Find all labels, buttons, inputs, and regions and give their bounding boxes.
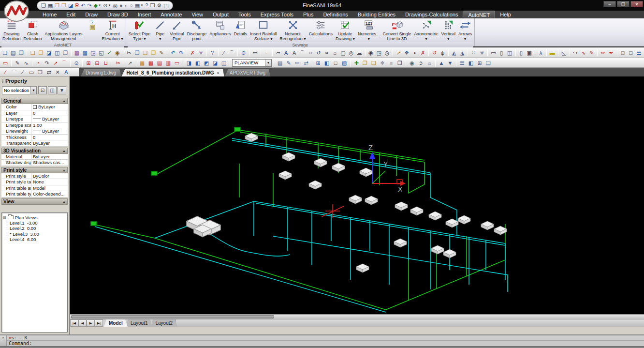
pipe-button[interactable]: Pipe▾: [152, 19, 168, 42]
snap-icon[interactable]: ◆▼: [94, 3, 101, 8]
text-style-icon[interactable]: A: [62, 68, 70, 76]
xref-list-icon[interactable]: ❏: [370, 59, 378, 67]
layout-nav-button[interactable]: |◀: [70, 319, 78, 327]
point-icon[interactable]: ·: [263, 49, 270, 57]
cell-a-icon[interactable]: ▦: [138, 59, 146, 67]
sketch-icon[interactable]: ≈: [323, 49, 330, 57]
collapse-icon[interactable]: ▲: [62, 149, 66, 152]
extend-icon[interactable]: ➚: [126, 59, 134, 67]
selection-combobox[interactable]: No selection ▼: [2, 86, 37, 94]
close-icon[interactable]: ✕: [2, 335, 4, 340]
tree-item-level[interactable]: Level.2 0.00: [3, 226, 66, 231]
table-icon[interactable]: ▤: [276, 59, 284, 67]
column-icon[interactable]: ▯: [518, 49, 525, 57]
dimension-icon[interactable]: λ: [537, 49, 544, 57]
text-icon[interactable]: A: [291, 49, 298, 57]
panel-a-icon[interactable]: ⊡: [619, 49, 627, 57]
undo-icon[interactable]: ↶: [169, 49, 176, 57]
property-value[interactable]: ByLayer: [31, 116, 68, 122]
copy-obj-icon[interactable]: ❐: [36, 68, 44, 76]
minimize-button[interactable]: –: [603, 1, 616, 7]
menu-tab-tools[interactable]: Tools: [234, 11, 256, 18]
redo-icon[interactable]: ↷: [88, 3, 92, 8]
shape-icon[interactable]: ⌂: [331, 49, 338, 57]
raise-icon[interactable]: ➚: [395, 49, 402, 57]
zoom-icon[interactable]: ⊙▼: [103, 3, 111, 8]
clash-button[interactable]: ClashDetection: [22, 19, 44, 42]
menu-tab-building-entities[interactable]: Building Entities: [353, 11, 400, 18]
vertical-button[interactable]: VerticalPipe: [168, 19, 186, 42]
menu-tab-draw[interactable]: Draw: [80, 11, 102, 18]
up-icon[interactable]: ▲: [438, 59, 445, 67]
tile-icon[interactable]: ◫: [54, 49, 61, 57]
swap-obj-icon[interactable]: ⇄: [45, 68, 53, 76]
grid-a-icon[interactable]: ⊞: [85, 59, 92, 67]
property-value[interactable]: ByLayer: [31, 154, 68, 160]
eye-icon[interactable]: ◉: [408, 59, 416, 67]
plot-icon[interactable]: ▦: [73, 49, 81, 57]
wedge-icon[interactable]: ◺: [560, 49, 568, 57]
find-icon[interactable]: ◉: [114, 49, 121, 57]
rotate-icon[interactable]: ↺: [431, 49, 438, 57]
panel-icon[interactable]: ▣: [526, 49, 533, 57]
erase-icon[interactable]: ✗: [189, 49, 196, 57]
current-button[interactable]: HCurrentElevation ▾: [101, 19, 125, 42]
applications-layers-button[interactable]: Applications LayersManagement: [44, 19, 84, 42]
app-logo-icon[interactable]: [4, 0, 33, 22]
property-value[interactable]: 0: [31, 110, 68, 116]
copy-sheet-icon[interactable]: ❐: [55, 3, 59, 8]
settings-icon[interactable]: ⚙: [157, 3, 161, 8]
document-tab[interactable]: Drawing1.dwg: [81, 69, 121, 76]
arc-red-icon[interactable]: ⌒: [60, 59, 68, 67]
arrows-button[interactable]: Arrows▾: [457, 19, 473, 42]
line-red-icon[interactable]: ∕: [1, 68, 9, 76]
close-button[interactable]: ✕: [630, 1, 643, 7]
arc-arrow-icon[interactable]: ↷: [43, 59, 51, 67]
view-e-icon[interactable]: ◫: [220, 59, 228, 67]
drawing-button[interactable]: DrawingDefinition: [1, 19, 22, 42]
polygon-icon[interactable]: ▱: [275, 49, 282, 57]
open-icon[interactable]: ❐: [61, 3, 66, 8]
menu-tab-plus[interactable]: Plus: [298, 11, 318, 18]
delete-obj-icon[interactable]: ✕: [54, 68, 61, 76]
line-icon[interactable]: ∕: [220, 49, 228, 57]
revcloud-icon[interactable]: ☁: [356, 49, 363, 57]
calculations-button[interactable]: Calculations: [307, 19, 334, 37]
restore-button[interactable]: ❐: [617, 1, 629, 7]
render-hidden-icon[interactable]: ●: [119, 3, 123, 8]
layer-copy-icon[interactable]: ❐: [396, 59, 404, 67]
layout-tab-layout1[interactable]: Layout1: [126, 319, 153, 327]
purge-icon[interactable]: ✳: [197, 49, 205, 57]
details-button[interactable]: Details: [232, 19, 249, 37]
print-icon[interactable]: ▦: [81, 49, 88, 57]
curve-icon[interactable]: ∿: [22, 59, 30, 67]
document-tab[interactable]: APOXVERT.dwg: [225, 69, 270, 76]
menu-tab-home[interactable]: Home: [38, 11, 61, 18]
appliances-button[interactable]: Appliances: [208, 19, 232, 37]
arc-icon[interactable]: ⌒: [10, 68, 18, 76]
export-icon[interactable]: ❏: [1, 49, 9, 57]
render-shaded-icon[interactable]: ◐: [125, 3, 128, 8]
view-a-icon[interactable]: ◨: [185, 59, 193, 67]
node-icon[interactable]: ▪: [411, 49, 419, 57]
property-value[interactable]: None: [31, 179, 68, 185]
section-header-print-style[interactable]: Print style▲: [1, 167, 68, 173]
raise-red-icon[interactable]: ➚: [52, 59, 59, 67]
viewport-b-icon[interactable]: ◧: [323, 59, 331, 67]
horizontal-scrollbar[interactable]: [70, 314, 644, 319]
cell-c-icon[interactable]: ▤: [156, 59, 163, 67]
save-icon[interactable]: ◪: [68, 3, 73, 8]
render-wire-icon[interactable]: ◎: [113, 3, 117, 8]
property-value[interactable]: Shadows cas...: [31, 160, 68, 166]
property-value[interactable]: ByLayer: [31, 128, 68, 134]
layout-nav-button[interactable]: ◀: [78, 319, 87, 327]
list-icon[interactable]: ☰: [458, 59, 466, 67]
layout-nav-button[interactable]: ▶|: [95, 319, 103, 327]
property-value[interactable]: ByLayer: [31, 140, 68, 146]
rect-select-icon[interactable]: ▭: [28, 68, 35, 76]
view-combobox[interactable]: PLANVIEW▼: [232, 59, 272, 67]
recover-icon[interactable]: R: [75, 3, 79, 8]
cut-icon[interactable]: ✂: [125, 49, 132, 57]
scrollbar-thumb[interactable]: [71, 315, 274, 318]
new-drawing-icon[interactable]: ❏: [41, 3, 46, 8]
